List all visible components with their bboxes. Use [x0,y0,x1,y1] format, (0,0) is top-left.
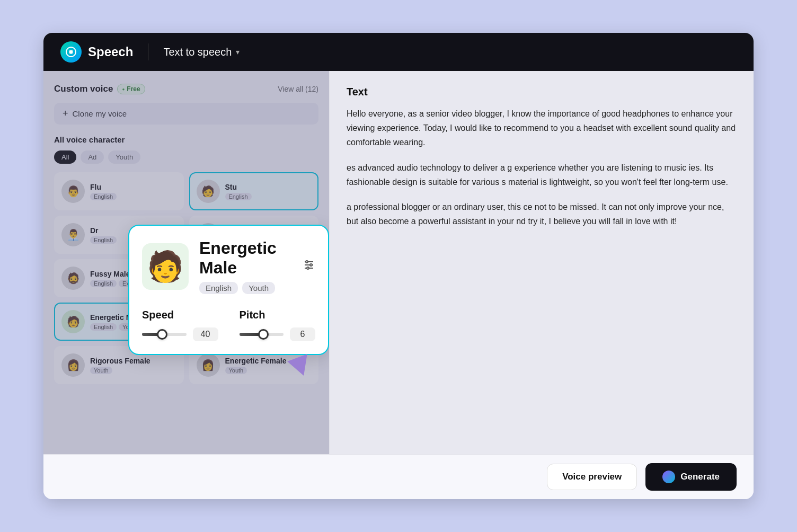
popup-controls: Speed 40 Pitch [142,309,315,341]
speed-label: Speed [142,309,218,321]
popup-voice-header: 🧑 Energetic Male English Youth [142,238,315,294]
main-content: Custom voice Free View all (12) + Clone … [43,71,754,454]
app-window: Speech Text to speech ▾ Custom voice Fre… [43,33,754,499]
text-content: Hello everyone, as a senior video blogge… [347,107,737,439]
svg-point-1 [70,51,73,54]
logo-icon [60,41,82,63]
svg-point-6 [310,264,312,266]
app-logo-text: Speech [88,45,133,59]
pitch-label: Pitch [240,309,316,321]
voice-settings-popup: 🧑 Energetic Male English Youth [128,225,329,355]
speed-slider-row: 40 [142,327,218,341]
voice-preview-button[interactable]: Voice preview [547,464,637,490]
speed-slider-thumb[interactable] [157,329,167,340]
svg-point-5 [306,261,308,263]
text-section-title: Text [347,86,737,98]
chevron-down-icon: ▾ [236,48,240,56]
sidebar: Custom voice Free View all (12) + Clone … [43,71,330,454]
footer: Voice preview Generate [43,454,754,499]
speed-slider-track[interactable] [142,333,187,336]
popup-overlay: 🧑 Energetic Male English Youth [43,71,329,454]
generate-btn-label: Generate [680,472,720,482]
generate-btn-icon [662,471,675,483]
popup-tag-youth: Youth [242,282,275,294]
cursor-arrow-icon [287,354,314,379]
svg-point-7 [307,267,309,269]
popup-tag-english: English [199,282,238,294]
text-paragraph-1: Hello everyone, as a senior video blogge… [347,107,737,150]
popup-voice-name: Energetic Male [199,238,292,278]
pitch-slider-row: 6 [240,327,316,341]
popup-avatar: 🧑 [142,243,189,290]
speed-control: Speed 40 [142,309,218,341]
generate-button[interactable]: Generate [645,463,737,491]
popup-tags: English Youth [199,282,292,294]
logo-area: Speech [60,41,133,63]
right-panel: Text Hello everyone, as a senior video b… [330,71,754,454]
text-paragraph-2: es advanced audio technology to deliver … [347,161,737,189]
header-nav-menu[interactable]: Text to speech ▾ [163,46,240,58]
pitch-slider-track[interactable] [240,333,284,336]
pitch-control: Pitch 6 [240,309,316,341]
header-nav-label: Text to speech [163,46,232,58]
header-divider [148,43,148,60]
speed-value: 40 [193,327,218,341]
pitch-slider-thumb[interactable] [258,329,269,340]
pitch-value: 6 [290,327,315,341]
popup-voice-details: Energetic Male English Youth [199,238,292,294]
settings-icon[interactable] [303,259,315,274]
header: Speech Text to speech ▾ [43,33,754,71]
text-paragraph-3: a professional blogger or an ordinary us… [347,200,737,228]
